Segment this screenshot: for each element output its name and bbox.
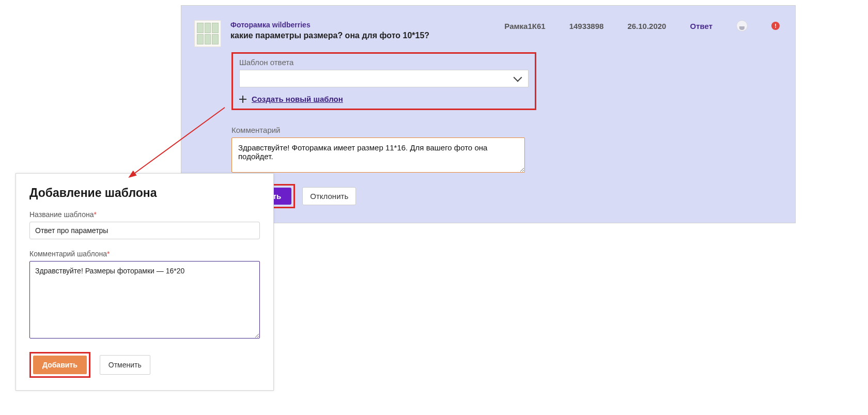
comment-section: Комментарий	[231, 126, 525, 175]
button-row: Ответить Отклонить	[231, 184, 780, 208]
template-select[interactable]	[239, 70, 529, 87]
template-name-input[interactable]	[29, 222, 260, 239]
create-template-row[interactable]: Создать новый шаблон	[239, 95, 529, 103]
template-comment-textarea[interactable]	[29, 261, 260, 339]
template-highlight-box: Шаблон ответа Создать новый шаблон	[231, 52, 536, 110]
comment-label: Комментарий	[231, 126, 525, 134]
comment-textarea[interactable]	[231, 137, 525, 173]
meta-date: 26.10.2020	[627, 22, 666, 30]
product-thumbnail[interactable]	[194, 20, 221, 47]
meta-status: Ответ	[690, 22, 712, 30]
template-label: Шаблон ответа	[239, 58, 529, 67]
chevron-down-icon	[515, 76, 522, 81]
plus-icon	[239, 96, 246, 103]
popup-title: Добавление шаблона	[29, 186, 260, 200]
meta-block: Рамка1К61 14933898 26.10.2020 Ответ !	[504, 20, 780, 32]
product-link[interactable]: Фоторамка wildberries	[230, 21, 311, 29]
add-highlight-box: Добавить	[29, 352, 90, 378]
meta-code: 14933898	[569, 22, 604, 30]
avatar-icon	[736, 20, 748, 32]
alert-icon: !	[771, 22, 780, 30]
decline-button[interactable]: Отклонить	[302, 187, 356, 205]
add-button[interactable]: Добавить	[33, 356, 87, 374]
popup-button-row: Добавить Отменить	[29, 352, 260, 378]
add-template-popup: Добавление шаблона Название шаблона* Ком…	[16, 173, 274, 391]
meta-sku: Рамка1К61	[504, 22, 545, 30]
cancel-button[interactable]: Отменить	[100, 355, 150, 375]
question-text: какие параметры размера? она для фото 10…	[230, 31, 495, 40]
question-row: Фоторамка wildberries какие параметры ра…	[194, 20, 780, 47]
create-template-link[interactable]: Создать новый шаблон	[252, 95, 343, 103]
template-comment-label: Комментарий шаблона*	[29, 250, 260, 258]
template-name-label: Название шаблона*	[29, 210, 260, 219]
question-column: Фоторамка wildberries какие параметры ра…	[230, 20, 495, 40]
